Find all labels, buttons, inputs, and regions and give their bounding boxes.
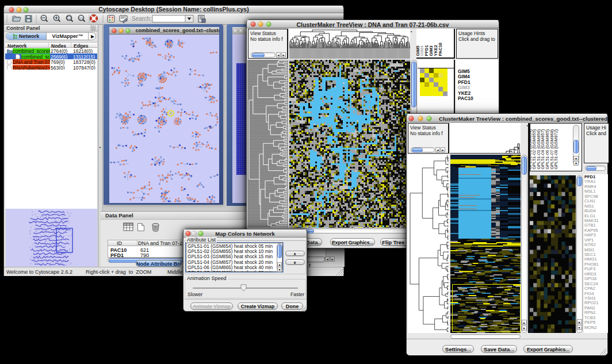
- svg-text:Search:: Search:: [132, 16, 151, 22]
- svg-text:1:1: 1:1: [79, 17, 83, 20]
